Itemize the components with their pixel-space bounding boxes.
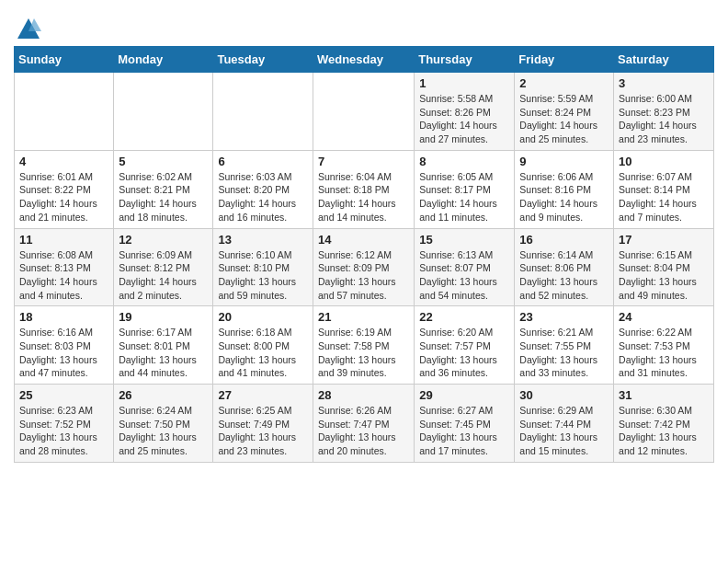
- calendar-week-row: 18Sunrise: 6:16 AMSunset: 8:03 PMDayligh…: [15, 306, 714, 385]
- day-number: 23: [519, 310, 609, 324]
- day-info: Sunrise: 6:18 AMSunset: 8:00 PMDaylight:…: [218, 326, 308, 380]
- calendar-cell: [313, 73, 414, 151]
- day-number: 21: [318, 310, 409, 324]
- day-info: Sunrise: 6:10 AMSunset: 8:10 PMDaylight:…: [218, 248, 308, 303]
- day-number: 9: [519, 155, 609, 168]
- day-info: Sunrise: 6:27 AMSunset: 7:45 PMDaylight:…: [419, 404, 509, 458]
- day-info: Sunrise: 6:09 AMSunset: 8:12 PMDaylight:…: [119, 248, 208, 303]
- weekday-header: Saturday: [614, 47, 714, 73]
- calendar-cell: 4Sunrise: 6:01 AMSunset: 8:22 PMDaylight…: [15, 150, 114, 228]
- calendar-cell: 25Sunrise: 6:23 AMSunset: 7:52 PMDayligh…: [15, 385, 114, 463]
- day-info: Sunrise: 6:07 AMSunset: 8:14 PMDaylight:…: [619, 170, 709, 224]
- day-info: Sunrise: 6:24 AMSunset: 7:50 PMDaylight:…: [119, 404, 208, 458]
- calendar-cell: 10Sunrise: 6:07 AMSunset: 8:14 PMDayligh…: [614, 150, 714, 228]
- day-number: 31: [619, 388, 709, 402]
- day-info: Sunrise: 6:16 AMSunset: 8:03 PMDaylight:…: [19, 326, 108, 380]
- day-info: Sunrise: 6:12 AMSunset: 8:09 PMDaylight:…: [318, 248, 409, 303]
- day-number: 1: [419, 76, 509, 90]
- day-info: Sunrise: 5:59 AMSunset: 8:24 PMDaylight:…: [519, 92, 609, 146]
- calendar-cell: 22Sunrise: 6:20 AMSunset: 7:57 PMDayligh…: [415, 306, 515, 385]
- calendar-cell: 12Sunrise: 6:09 AMSunset: 8:12 PMDayligh…: [114, 228, 213, 306]
- day-info: Sunrise: 6:20 AMSunset: 7:57 PMDaylight:…: [419, 326, 509, 380]
- weekday-header: Tuesday: [213, 47, 313, 73]
- calendar-week-row: 1Sunrise: 5:58 AMSunset: 8:26 PMDaylight…: [15, 73, 714, 151]
- day-number: 30: [519, 388, 609, 402]
- day-number: 26: [119, 388, 208, 402]
- day-info: Sunrise: 5:58 AMSunset: 8:26 PMDaylight:…: [419, 92, 509, 146]
- day-number: 12: [119, 233, 208, 247]
- day-number: 11: [19, 233, 108, 247]
- day-number: 2: [519, 76, 609, 90]
- day-info: Sunrise: 6:25 AMSunset: 7:49 PMDaylight:…: [218, 404, 308, 458]
- day-info: Sunrise: 6:05 AMSunset: 8:17 PMDaylight:…: [419, 170, 509, 224]
- calendar-cell: 19Sunrise: 6:17 AMSunset: 8:01 PMDayligh…: [114, 306, 213, 385]
- day-number: 15: [419, 233, 509, 247]
- day-number: 13: [218, 233, 308, 247]
- day-number: 5: [119, 155, 208, 168]
- calendar-cell: 13Sunrise: 6:10 AMSunset: 8:10 PMDayligh…: [213, 228, 313, 306]
- day-info: Sunrise: 6:03 AMSunset: 8:20 PMDaylight:…: [218, 170, 308, 224]
- page-header: [14, 9, 714, 39]
- day-number: 10: [619, 155, 709, 168]
- calendar-cell: 2Sunrise: 5:59 AMSunset: 8:24 PMDaylight…: [515, 73, 614, 151]
- weekday-header: Monday: [114, 47, 213, 73]
- day-number: 24: [619, 310, 709, 324]
- day-info: Sunrise: 6:17 AMSunset: 8:01 PMDaylight:…: [119, 326, 208, 380]
- calendar-week-row: 11Sunrise: 6:08 AMSunset: 8:13 PMDayligh…: [15, 228, 714, 306]
- day-number: 29: [419, 388, 509, 402]
- weekday-header: Wednesday: [313, 47, 414, 73]
- day-number: 28: [318, 388, 409, 402]
- calendar-cell: 15Sunrise: 6:13 AMSunset: 8:07 PMDayligh…: [415, 228, 515, 306]
- day-number: 7: [318, 155, 409, 168]
- day-number: 20: [218, 310, 308, 324]
- day-number: 25: [19, 388, 108, 402]
- weekday-header: Thursday: [415, 47, 515, 73]
- day-info: Sunrise: 6:06 AMSunset: 8:16 PMDaylight:…: [519, 170, 609, 224]
- calendar-cell: 26Sunrise: 6:24 AMSunset: 7:50 PMDayligh…: [114, 385, 213, 463]
- calendar-cell: 23Sunrise: 6:21 AMSunset: 7:55 PMDayligh…: [515, 306, 614, 385]
- calendar-table: SundayMondayTuesdayWednesdayThursdayFrid…: [14, 46, 714, 463]
- day-number: 6: [218, 155, 308, 168]
- day-info: Sunrise: 6:19 AMSunset: 7:58 PMDaylight:…: [318, 326, 409, 380]
- calendar-week-row: 25Sunrise: 6:23 AMSunset: 7:52 PMDayligh…: [15, 385, 714, 463]
- day-number: 18: [19, 310, 108, 324]
- day-number: 3: [619, 76, 709, 90]
- calendar-cell: 16Sunrise: 6:14 AMSunset: 8:06 PMDayligh…: [515, 228, 614, 306]
- calendar-cell: 3Sunrise: 6:00 AMSunset: 8:23 PMDaylight…: [614, 73, 714, 151]
- day-info: Sunrise: 6:00 AMSunset: 8:23 PMDaylight:…: [619, 92, 709, 146]
- calendar-cell: 21Sunrise: 6:19 AMSunset: 7:58 PMDayligh…: [313, 306, 414, 385]
- calendar-cell: 30Sunrise: 6:29 AMSunset: 7:44 PMDayligh…: [515, 385, 614, 463]
- calendar-cell: 17Sunrise: 6:15 AMSunset: 8:04 PMDayligh…: [614, 228, 714, 306]
- calendar-cell: 9Sunrise: 6:06 AMSunset: 8:16 PMDaylight…: [515, 150, 614, 228]
- day-number: 4: [19, 155, 108, 168]
- day-info: Sunrise: 6:29 AMSunset: 7:44 PMDaylight:…: [519, 404, 609, 458]
- day-info: Sunrise: 6:22 AMSunset: 7:53 PMDaylight:…: [619, 326, 709, 380]
- calendar-cell: 20Sunrise: 6:18 AMSunset: 8:00 PMDayligh…: [213, 306, 313, 385]
- day-info: Sunrise: 6:01 AMSunset: 8:22 PMDaylight:…: [19, 170, 108, 224]
- day-info: Sunrise: 6:23 AMSunset: 7:52 PMDaylight:…: [19, 404, 108, 458]
- day-info: Sunrise: 6:04 AMSunset: 8:18 PMDaylight:…: [318, 170, 409, 224]
- calendar-cell: 14Sunrise: 6:12 AMSunset: 8:09 PMDayligh…: [313, 228, 414, 306]
- day-info: Sunrise: 6:15 AMSunset: 8:04 PMDaylight:…: [619, 248, 709, 303]
- weekday-header: Sunday: [15, 47, 114, 73]
- day-number: 17: [619, 233, 709, 247]
- day-number: 16: [519, 233, 609, 247]
- calendar-cell: 8Sunrise: 6:05 AMSunset: 8:17 PMDaylight…: [415, 150, 515, 228]
- day-info: Sunrise: 6:26 AMSunset: 7:47 PMDaylight:…: [318, 404, 409, 458]
- calendar-cell: [15, 73, 114, 151]
- day-info: Sunrise: 6:14 AMSunset: 8:06 PMDaylight:…: [519, 248, 609, 303]
- day-number: 22: [419, 310, 509, 324]
- day-number: 14: [318, 233, 409, 247]
- calendar-cell: 11Sunrise: 6:08 AMSunset: 8:13 PMDayligh…: [15, 228, 114, 306]
- day-info: Sunrise: 6:02 AMSunset: 8:21 PMDaylight:…: [119, 170, 208, 224]
- calendar-cell: [213, 73, 313, 151]
- day-info: Sunrise: 6:13 AMSunset: 8:07 PMDaylight:…: [419, 248, 509, 303]
- day-number: 27: [218, 388, 308, 402]
- calendar-cell: 1Sunrise: 5:58 AMSunset: 8:26 PMDaylight…: [415, 73, 515, 151]
- calendar-cell: 28Sunrise: 6:26 AMSunset: 7:47 PMDayligh…: [313, 385, 414, 463]
- calendar-header-row: SundayMondayTuesdayWednesdayThursdayFrid…: [15, 47, 714, 73]
- day-number: 19: [119, 310, 208, 324]
- day-info: Sunrise: 6:21 AMSunset: 7:55 PMDaylight:…: [519, 326, 609, 380]
- day-info: Sunrise: 6:30 AMSunset: 7:42 PMDaylight:…: [619, 404, 709, 458]
- calendar-week-row: 4Sunrise: 6:01 AMSunset: 8:22 PMDaylight…: [15, 150, 714, 228]
